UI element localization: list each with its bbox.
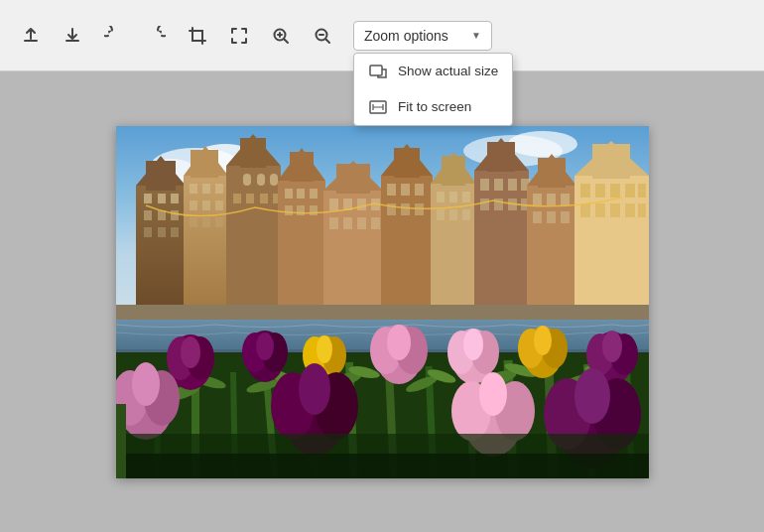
svg-point-162 [387,325,411,360]
svg-rect-24 [184,176,228,315]
zoom-options-button[interactable]: Zoom options ▼ [353,21,492,51]
zoom-out-icon [313,26,332,46]
svg-rect-29 [215,184,223,194]
svg-rect-64 [357,217,366,229]
svg-rect-109 [610,184,620,198]
fullscreen-icon [229,26,249,46]
svg-rect-14 [146,161,176,191]
svg-rect-103 [561,211,570,223]
svg-rect-97 [538,158,566,188]
svg-rect-79 [449,192,457,202]
svg-rect-107 [580,184,590,198]
svg-rect-110 [625,184,635,198]
svg-rect-81 [437,209,445,220]
svg-rect-34 [202,217,210,227]
svg-rect-51 [310,189,318,199]
svg-point-166 [463,329,483,360]
svg-rect-82 [449,209,457,220]
zoom-dropdown-container: Zoom options ▼ Show actual size [353,21,492,51]
svg-rect-69 [387,184,396,196]
svg-rect-53 [297,205,305,215]
svg-rect-83 [462,209,470,220]
svg-rect-42 [233,194,241,203]
svg-rect-78 [437,192,445,202]
svg-rect-40 [257,174,265,186]
svg-rect-77 [442,156,465,186]
svg-point-170 [534,326,552,355]
svg-rect-91 [480,199,489,210]
svg-rect-192 [116,454,649,478]
svg-rect-114 [610,203,620,217]
svg-rect-73 [401,203,410,215]
svg-rect-39 [243,174,251,186]
svg-rect-57 [336,164,370,194]
download-icon [63,26,82,46]
svg-rect-54 [310,205,318,215]
svg-rect-65 [371,217,380,229]
svg-rect-193 [116,404,126,478]
svg-rect-1 [65,40,79,42]
download-button[interactable] [54,17,91,55]
svg-rect-21 [144,227,152,237]
rotate-right-button[interactable] [137,17,175,55]
svg-rect-111 [638,184,646,198]
crop-icon [188,26,207,46]
crop-button[interactable] [179,17,216,55]
show-actual-size-label: Show actual size [398,64,498,78]
svg-rect-20 [171,210,179,220]
rotate-left-button[interactable] [95,17,133,55]
svg-rect-115 [625,203,635,217]
svg-rect-98 [533,194,542,205]
show-actual-size-item[interactable]: Show actual size [354,54,512,89]
actual-size-icon [368,62,388,81]
fit-to-screen-icon [368,97,388,117]
svg-rect-23 [171,227,179,237]
svg-rect-116 [638,203,646,217]
svg-rect-36 [226,166,281,315]
svg-rect-4 [370,66,382,75]
svg-rect-58 [329,199,338,210]
svg-rect-41 [270,174,278,186]
svg-rect-60 [357,199,366,210]
svg-rect-30 [190,200,197,210]
svg-rect-26 [191,150,218,178]
svg-rect-27 [190,184,197,194]
zoom-in-button[interactable] [262,17,300,55]
svg-rect-63 [343,217,352,229]
photo-content [116,126,649,478]
svg-rect-50 [297,189,305,199]
fit-to-screen-label: Fit to screen [398,99,471,114]
toolbar: Zoom options ▼ Show actual size [0,0,764,71]
svg-rect-15 [144,194,152,203]
svg-rect-112 [580,203,590,217]
svg-rect-80 [462,192,470,202]
svg-rect-62 [329,217,338,229]
svg-point-11 [508,131,577,157]
svg-rect-33 [190,217,197,227]
fit-to-screen-item[interactable]: Fit to screen [354,89,512,125]
svg-rect-68 [394,148,420,178]
svg-rect-49 [285,189,293,199]
svg-rect-87 [480,179,489,191]
upload-icon [21,26,41,46]
svg-rect-43 [246,194,254,203]
svg-rect-86 [487,142,515,172]
fullscreen-button[interactable] [220,17,258,55]
svg-point-182 [299,363,330,415]
svg-rect-44 [260,194,268,203]
svg-rect-100 [561,194,570,205]
upload-button[interactable] [12,17,50,55]
photo-frame [116,126,649,478]
zoom-out-button[interactable] [304,17,341,55]
svg-point-186 [479,372,507,416]
svg-rect-70 [401,184,410,196]
svg-rect-102 [547,211,556,223]
svg-rect-48 [290,152,314,182]
rotate-right-icon [146,26,166,46]
amsterdam-scene-svg [116,126,649,478]
svg-rect-35 [215,217,223,227]
svg-rect-75 [431,184,476,315]
svg-rect-32 [215,200,223,210]
svg-rect-99 [547,194,556,205]
zoom-options-label: Zoom options [364,28,448,44]
